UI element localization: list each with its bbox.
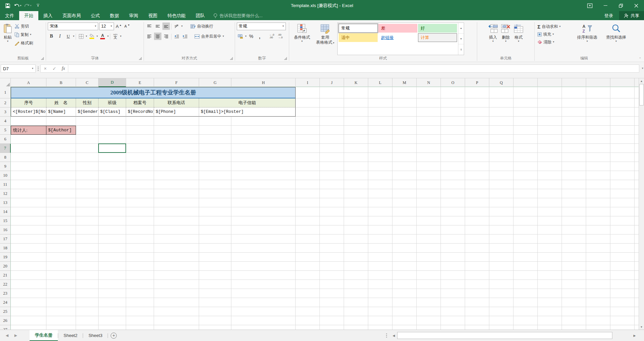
cell[interactable]	[635, 135, 639, 144]
cell[interactable]	[11, 198, 46, 207]
cell[interactable]: $[Phone]	[154, 108, 199, 117]
cell[interactable]	[635, 153, 639, 162]
cell[interactable]	[11, 316, 46, 325]
cell[interactable]	[392, 262, 417, 271]
cell[interactable]	[610, 126, 635, 135]
ribbon-tab-特色功能[interactable]: 特色功能	[162, 11, 191, 20]
cell[interactable]	[441, 244, 465, 253]
row-header-13[interactable]: 13	[0, 198, 11, 207]
cell[interactable]	[199, 144, 231, 153]
format-as-table-button[interactable]: 套用表格格式 ▾	[313, 22, 337, 55]
cell[interactable]	[154, 298, 199, 307]
cell[interactable]	[538, 144, 562, 153]
cell[interactable]	[46, 162, 76, 171]
cell[interactable]	[586, 98, 610, 108]
column-header-H[interactable]: H	[231, 78, 296, 87]
cell[interactable]	[126, 117, 154, 126]
cell[interactable]	[441, 162, 465, 171]
cell[interactable]	[46, 298, 76, 307]
cell[interactable]: 姓 名	[46, 98, 76, 108]
cell[interactable]	[465, 307, 489, 316]
cell[interactable]	[320, 289, 344, 298]
cell[interactable]	[465, 235, 489, 244]
cell[interactable]	[514, 198, 538, 207]
cell[interactable]	[465, 298, 489, 307]
cell[interactable]	[417, 171, 441, 180]
font-size-select[interactable]: 12▾	[99, 23, 114, 30]
cell[interactable]	[514, 171, 538, 180]
cell[interactable]	[11, 225, 46, 235]
cell[interactable]	[635, 98, 639, 108]
cell[interactable]	[154, 225, 199, 235]
cell[interactable]	[99, 235, 126, 244]
ribbon-tab-文件[interactable]: 文件	[0, 11, 19, 20]
conditional-formatting-button[interactable]: ≠ 条件格式 ▾	[291, 22, 313, 55]
cell[interactable]	[538, 171, 562, 180]
cell[interactable]	[635, 280, 639, 289]
align-middle-button[interactable]	[154, 23, 161, 30]
cell[interactable]	[154, 144, 199, 153]
cell[interactable]	[76, 180, 99, 189]
decrease-font-button[interactable]: A▼	[123, 23, 131, 30]
cell[interactable]	[392, 126, 417, 135]
cell[interactable]	[635, 207, 639, 216]
cell[interactable]	[417, 307, 441, 316]
cell[interactable]	[99, 298, 126, 307]
cell[interactable]	[11, 171, 46, 180]
cell[interactable]	[562, 153, 586, 162]
cell[interactable]	[199, 325, 231, 330]
cell[interactable]	[586, 135, 610, 144]
cell[interactable]	[610, 108, 635, 117]
cell[interactable]	[562, 198, 586, 207]
cell[interactable]	[296, 189, 320, 198]
column-header-O[interactable]: O	[441, 78, 465, 87]
cell[interactable]	[489, 135, 514, 144]
cell[interactable]	[514, 271, 538, 280]
cell[interactable]	[231, 153, 296, 162]
cell[interactable]	[562, 262, 586, 271]
cell[interactable]	[392, 198, 417, 207]
cell[interactable]	[99, 307, 126, 316]
cell[interactable]	[562, 280, 586, 289]
cell[interactable]	[320, 262, 344, 271]
cell[interactable]	[199, 180, 231, 189]
cell[interactable]	[231, 207, 296, 216]
cell[interactable]	[514, 117, 538, 126]
increase-font-button[interactable]: A▲	[115, 23, 122, 30]
cell[interactable]	[231, 325, 296, 330]
cell[interactable]	[635, 87, 639, 98]
cell[interactable]	[344, 325, 368, 330]
cell[interactable]	[320, 235, 344, 244]
cell[interactable]	[562, 316, 586, 325]
cell[interactable]	[199, 171, 231, 180]
cell[interactable]	[344, 280, 368, 289]
cell[interactable]	[344, 235, 368, 244]
cell[interactable]	[562, 207, 586, 216]
column-header-M[interactable]: M	[392, 78, 417, 87]
cell[interactable]	[610, 262, 635, 271]
cell[interactable]	[586, 253, 610, 262]
cell[interactable]	[99, 153, 126, 162]
cell[interactable]	[392, 280, 417, 289]
cell[interactable]	[296, 153, 320, 162]
cell[interactable]	[635, 144, 639, 153]
row-header-15[interactable]: 15	[0, 216, 11, 225]
cell[interactable]	[231, 262, 296, 271]
cell[interactable]	[538, 189, 562, 198]
cell[interactable]	[154, 271, 199, 280]
cell[interactable]	[610, 280, 635, 289]
cell[interactable]	[586, 225, 610, 235]
cell[interactable]	[392, 216, 417, 225]
cell[interactable]	[417, 162, 441, 171]
cell[interactable]	[126, 144, 154, 153]
sheet-tab-Sheet2[interactable]: Sheet2	[58, 330, 83, 341]
cell[interactable]	[76, 235, 99, 244]
cell[interactable]	[586, 216, 610, 225]
cell[interactable]	[392, 162, 417, 171]
column-header-F[interactable]: F	[154, 78, 199, 87]
cell[interactable]	[296, 144, 320, 153]
row-header-24[interactable]: 24	[0, 298, 11, 307]
align-left-button[interactable]	[146, 33, 153, 40]
sheet-tab-Sheet3[interactable]: Sheet3	[83, 330, 108, 341]
cell[interactable]	[514, 253, 538, 262]
